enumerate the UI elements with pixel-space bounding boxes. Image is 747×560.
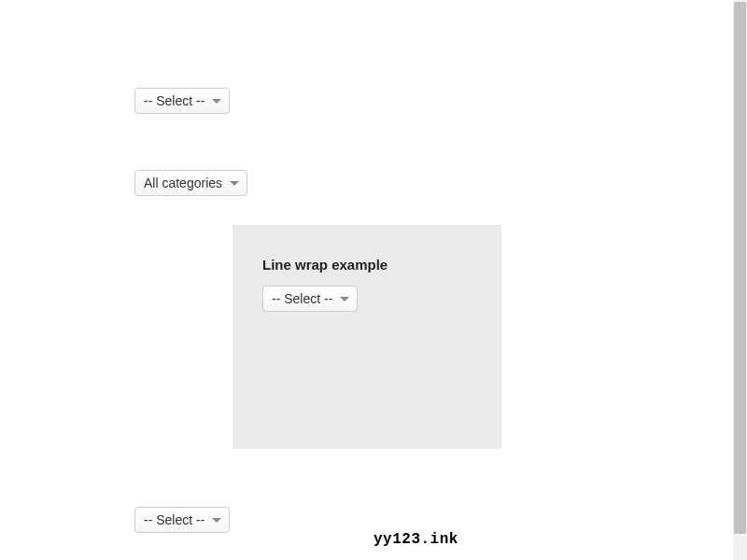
chevron-down-icon [230,181,239,186]
chevron-down-icon [212,518,221,523]
select-dropdown-1[interactable]: -- Select -- [134,88,230,114]
watermark: yy123.ink [374,531,458,548]
select-label: -- Select -- [272,291,332,306]
scrollbar-thumb[interactable] [734,2,746,534]
chevron-down-icon [340,297,349,301]
select-dropdown-2[interactable]: All categories [134,170,247,196]
select-label: -- Select -- [144,93,204,108]
scrollbar-track[interactable] [733,0,747,560]
select-dropdown-3[interactable]: -- Select -- [134,507,230,533]
chevron-down-icon [212,99,221,104]
select-label: -- Select -- [144,512,204,527]
line-wrap-panel: Line wrap example -- Select -- [233,225,501,449]
select-label: All categories [144,175,222,190]
select-dropdown-panel[interactable]: -- Select -- [262,286,358,312]
panel-title: Line wrap example [262,257,472,273]
